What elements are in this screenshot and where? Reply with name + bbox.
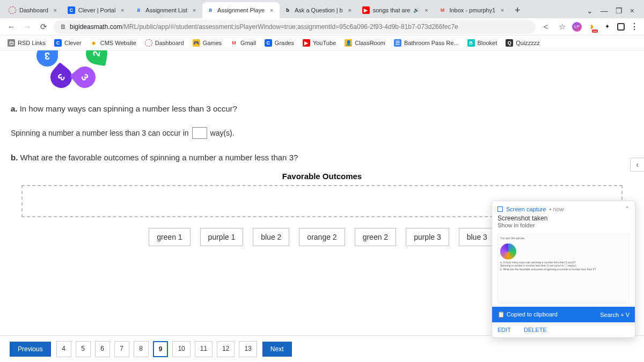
new-tab-button[interactable]: + (510, 5, 525, 18)
answer-a: Spinning a number a number less than 3 c… (11, 127, 633, 139)
bookmark-rsd[interactable]: 🗀RSD Links (8, 39, 46, 47)
bookmark-clever[interactable]: CClever (54, 39, 82, 47)
tab-youtube[interactable]: ▶ songs that are 🔊 × (358, 2, 435, 18)
bookmarks-bar: 🗀RSD Links CClever ◆CMS Website Dashboar… (0, 35, 644, 50)
clever-icon: C (68, 6, 75, 14)
notif-time: • now (550, 206, 564, 212)
tile[interactable]: blue 2 (253, 228, 289, 246)
delete-button[interactable]: DELETE (524, 327, 547, 333)
ext-stop-icon[interactable] (617, 23, 625, 31)
ext-securly-icon[interactable]: ◗on (587, 22, 597, 32)
close-icon[interactable]: × (119, 6, 126, 14)
question-label: a. (11, 104, 18, 113)
search-hint: Search + V (600, 312, 630, 318)
notif-subtitle[interactable]: Show in folder (497, 222, 630, 228)
copied-label: Copied to clipboard (507, 311, 558, 317)
next-button[interactable]: Next (262, 342, 292, 357)
question-pager: Previous 45678910111213 Next (0, 335, 644, 362)
collapse-sidebar-button[interactable]: ‹ (630, 158, 644, 172)
notif-thumbnail: You spin the spinner. a. In how many way… (497, 234, 630, 304)
screenshot-notification: Screen capture • now ⌃ Screenshot taken … (492, 201, 635, 338)
page-12[interactable]: 12 (217, 341, 235, 357)
tile[interactable]: orange 2 (299, 228, 345, 246)
minimize-icon[interactable]: — (598, 5, 610, 16)
bookmark-games[interactable]: 🎮Games (193, 39, 222, 47)
bookmark-cms[interactable]: ◆CMS Website (90, 39, 136, 47)
page-10[interactable]: 10 (172, 341, 190, 357)
previous-button[interactable]: Previous (10, 342, 51, 357)
close-icon[interactable]: × (268, 6, 275, 14)
tile[interactable]: green 1 (149, 228, 190, 246)
close-icon[interactable]: × (499, 6, 506, 14)
tab-label: Inbox - pmurphy1 (449, 7, 495, 13)
page-9[interactable]: 9 (153, 341, 169, 357)
ext-puzzle-icon[interactable]: ✦ (602, 22, 612, 32)
bookmark-youtube[interactable]: ▶YouTube (303, 39, 336, 47)
url-host: bigideasmath.com (70, 23, 122, 31)
tab-assignment-player[interactable]: B Assignment Playe × (202, 2, 280, 18)
tab-dashboard[interactable]: Dashboard × (4, 2, 63, 18)
canvas-icon (9, 6, 16, 14)
back-button[interactable]: ← (5, 21, 17, 33)
bookmark-grades[interactable]: CGrades (265, 39, 294, 47)
tab-label: Assignment List (145, 7, 187, 13)
bigideas-icon: B (207, 6, 214, 14)
answer-prefix: Spinning a number a number less than 3 c… (11, 129, 189, 137)
chevron-down-icon[interactable]: ⌄ (584, 5, 595, 16)
spinner-graphic: 3 2 3 3 (11, 50, 633, 93)
restore-icon[interactable]: ❐ (613, 5, 625, 16)
bookmark-quizzzzz[interactable]: QQuizzzzz (506, 39, 540, 47)
site-info-icon[interactable]: 🗎 (60, 23, 67, 31)
forward-button[interactable]: → (21, 21, 33, 33)
share-icon[interactable]: < (540, 21, 552, 33)
bookmark-classroom[interactable]: 👤ClassRoom (345, 39, 385, 47)
page-4[interactable]: 4 (56, 341, 71, 357)
notif-title: Screenshot taken (497, 215, 630, 222)
close-window-icon[interactable]: × (628, 5, 636, 16)
bookmark-gmail[interactable]: MGmail (230, 39, 256, 47)
question-a: a. In how many ways can spinning a numbe… (11, 104, 633, 113)
tab-gmail[interactable]: M Inbox - pmurphy1 × (434, 2, 510, 18)
bookmark-dashboard[interactable]: Dashboard (145, 39, 184, 47)
page-6[interactable]: 6 (95, 341, 110, 357)
close-icon[interactable]: × (346, 6, 354, 14)
bookmark-blooket[interactable]: BBlooket (467, 39, 497, 47)
page-13[interactable]: 13 (239, 341, 257, 357)
edit-button[interactable]: EDIT (497, 327, 511, 333)
page-5[interactable]: 5 (76, 341, 91, 357)
page-11[interactable]: 11 (195, 341, 213, 357)
audio-icon: 🔊 (413, 8, 419, 13)
reload-button[interactable]: ⟳ (38, 21, 49, 33)
tab-assignment-list[interactable]: B Assignment List × (130, 2, 202, 18)
page-8[interactable]: 8 (134, 341, 149, 357)
window-controls: ⌄ — ❐ × (581, 5, 640, 18)
question-text: What are the favorable outcomes of spinn… (20, 153, 298, 162)
close-icon[interactable]: × (52, 6, 59, 14)
tab-label: Clever | Portal (78, 7, 116, 13)
close-icon[interactable]: × (422, 6, 430, 14)
tab-ask[interactable]: b Ask a Question | b × (280, 2, 358, 18)
answer-input[interactable] (192, 127, 207, 139)
tile[interactable]: purple 1 (200, 228, 244, 246)
collapse-icon[interactable]: ⌃ (625, 205, 630, 212)
brainly-icon: b (284, 6, 291, 14)
tab-clever[interactable]: C Clever | Portal × (63, 2, 131, 18)
tile[interactable]: purple 3 (406, 228, 449, 246)
kebab-menu-icon[interactable]: ⋮ (630, 21, 639, 32)
bookmark-bathroom[interactable]: ☰Bathroom Pass Re... (394, 39, 459, 47)
capture-icon (497, 206, 503, 212)
page-7[interactable]: 7 (114, 341, 129, 357)
question-label: b. (11, 153, 18, 162)
clipboard-icon: 📋 (497, 311, 505, 317)
url-input[interactable]: 🗎 bigideasmath.com/MRL/public/app/#/stud… (54, 20, 536, 34)
close-icon[interactable]: × (191, 6, 198, 14)
bookmark-star-icon[interactable]: ☆ (556, 21, 568, 33)
tile[interactable]: blue 3 (459, 228, 495, 246)
url-path: /MRL/public/app/#/student/assessment;isP… (122, 23, 458, 31)
tab-label: Ask a Question | b (295, 7, 343, 13)
address-bar: ← → ⟳ 🗎 bigideasmath.com/MRL/public/app/… (0, 18, 644, 35)
bigideas-icon: B (135, 6, 142, 14)
ext-lp-icon[interactable]: LP (572, 22, 582, 32)
question-b: b. What are the favorable outcomes of sp… (11, 153, 633, 162)
tile[interactable]: green 2 (355, 228, 396, 246)
